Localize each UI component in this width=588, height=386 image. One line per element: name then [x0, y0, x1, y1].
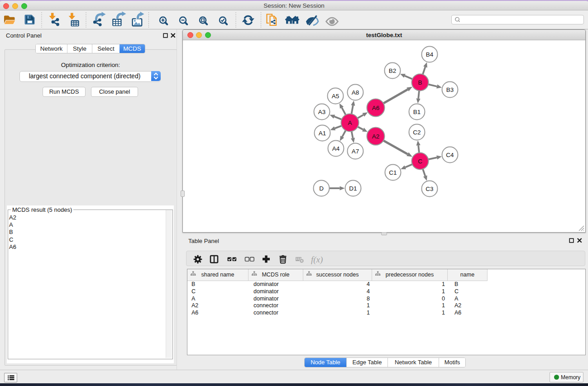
svg-text:A: A — [348, 119, 352, 126]
svg-text:A6: A6 — [372, 105, 380, 111]
svg-text:A1: A1 — [319, 130, 326, 137]
svg-text:A2: A2 — [372, 133, 380, 140]
svg-text:C: C — [418, 158, 422, 165]
svg-text:A7: A7 — [352, 148, 359, 155]
svg-text:C1: C1 — [389, 169, 397, 176]
svg-text:A3: A3 — [318, 109, 326, 115]
svg-text:A8: A8 — [352, 89, 359, 96]
svg-text:D: D — [319, 185, 324, 192]
svg-text:B1: B1 — [413, 109, 421, 115]
svg-text:B: B — [418, 79, 422, 86]
svg-text:B4: B4 — [426, 51, 434, 58]
svg-text:A5: A5 — [332, 93, 339, 100]
svg-text:C4: C4 — [446, 152, 454, 158]
svg-text:A4: A4 — [332, 145, 340, 152]
svg-text:C3: C3 — [425, 186, 433, 192]
svg-text:D1: D1 — [349, 185, 357, 192]
svg-text:B2: B2 — [389, 67, 397, 74]
svg-text:C2: C2 — [413, 129, 421, 136]
svg-text:f(x): f(x) — [311, 255, 323, 265]
svg-text:B3: B3 — [446, 86, 454, 93]
